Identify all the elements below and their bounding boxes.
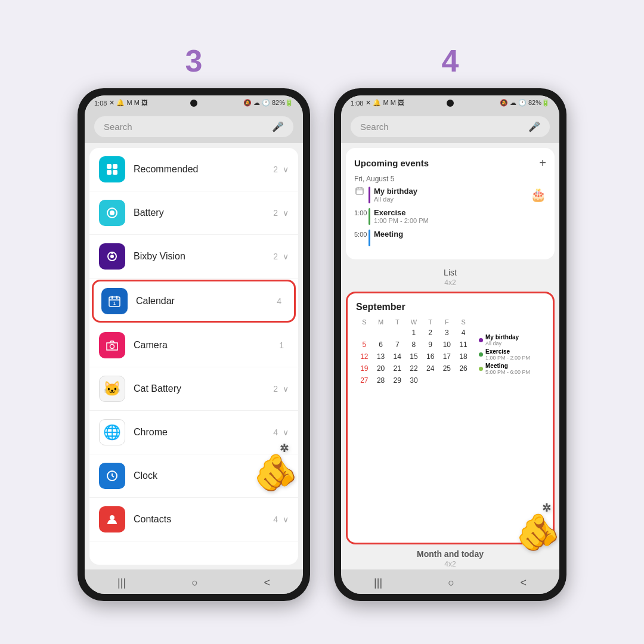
app-item-recommended[interactable]: Recommended 2 ∨	[89, 148, 298, 191]
legend-meeting-text: Meeting 5:00 PM - 6:00 PM	[485, 363, 530, 375]
cal-day-26: 27	[356, 374, 373, 386]
step-4-container: 4 1:08 ✕ 🔔 M M 🖼 🔕 ☁ 🕐 82%🔋 Search 🎤	[334, 43, 566, 601]
search-bar-4: Search 🎤	[341, 110, 559, 143]
search-placeholder-4: Search	[360, 122, 389, 132]
cal-day-5: 5	[356, 339, 373, 351]
svg-point-18	[110, 515, 114, 520]
status-left-4: 1:08 ✕ 🔔 M M 🖼	[351, 99, 404, 107]
app-count-bixby: 2	[273, 252, 278, 261]
event-row-exercise: 1:00 Exercise 1:00 PM - 2:00 PM	[354, 208, 546, 225]
app-name-camera: Camera	[134, 340, 279, 351]
cal-empty-1	[422, 374, 439, 386]
cal-day-20: 20	[373, 363, 389, 374]
time-4: 1:08	[351, 100, 363, 107]
app-item-camera[interactable]: Camera 1	[89, 324, 298, 367]
legend-exercise-text: Exercise 1:00 PM - 2:00 PM	[485, 348, 530, 361]
cal-header-t2: T	[422, 317, 439, 327]
svg-rect-1	[113, 164, 117, 169]
step-3-container: 3 1:08 ✕ 🔔 M M 🖼 🔕 ☁ 🕐 82%🔋 Search 🎤	[78, 43, 310, 601]
legend-meeting-sub: 5:00 PM - 6:00 PM	[485, 369, 530, 375]
cal-day-22: 22	[405, 363, 422, 374]
list-widget-label: List	[341, 264, 559, 278]
mic-icon-3[interactable]: 🎤	[272, 121, 284, 132]
cal-day-3: 3	[439, 327, 456, 339]
mic-icon-4[interactable]: 🎤	[528, 121, 540, 132]
step-3-number: 3	[185, 43, 203, 79]
app-item-catbattery[interactable]: 🐱 Cat Battery 2 ∨	[89, 367, 298, 411]
app-count-contacts: 4	[273, 515, 278, 524]
search-inner-3[interactable]: Search 🎤	[94, 116, 293, 137]
right-icons-4: 🔕 ☁ 🕐 82%🔋	[500, 99, 550, 107]
app-count-catbattery: 2	[273, 384, 278, 394]
cal-day-18: 18	[455, 351, 472, 363]
app-item-battery[interactable]: Battery 2 ∨	[89, 191, 298, 235]
search-placeholder-3: Search	[104, 122, 132, 132]
app-name-bixby: Bixby Vision	[134, 251, 273, 262]
nav-circle-4[interactable]: ○	[448, 577, 454, 589]
app-name-catbattery: Cat Battery	[134, 383, 273, 394]
nav-bar-3: ||| ○ <	[85, 569, 303, 594]
app-item-chrome[interactable]: 🌐 Chrome 4 ∨	[89, 411, 298, 454]
app-icon-clock	[99, 463, 125, 489]
plus-button[interactable]: +	[539, 156, 546, 170]
event-name-birthday: My birthday	[374, 187, 527, 196]
legend-exercise-sub: 1:00 PM - 2:00 PM	[485, 355, 530, 361]
nav-back-4[interactable]: <	[520, 577, 527, 589]
hand-cursor-4: ✲ 🫵	[516, 511, 561, 553]
event-info-exercise: Exercise 1:00 PM - 2:00 PM	[374, 208, 546, 224]
chevron-catbattery: ∨	[283, 384, 289, 394]
hand-cursor-3: ✲ 🫵	[253, 451, 298, 494]
svg-line-17	[112, 476, 114, 477]
chevron-recommended: ∨	[283, 165, 289, 174]
app-item-bixby[interactable]: Bixby Vision 2 ∨	[89, 235, 298, 278]
status-bar-3: 1:08 ✕ 🔔 M M 🖼 🔕 ☁ 🕐 82%🔋	[85, 95, 303, 110]
date-label: Fri, August 5	[354, 175, 546, 183]
cal-day-24: 25	[439, 363, 456, 374]
chevron-bixby: ∨	[283, 252, 289, 261]
camera-notch-3	[190, 100, 197, 107]
list-widget-sub: 4x2	[341, 278, 559, 287]
search-bar-3: Search 🎤	[85, 110, 303, 143]
nav-back-3[interactable]: <	[264, 577, 270, 589]
nav-bar-4: ||| ○ <	[341, 569, 559, 594]
upcoming-header: Upcoming events +	[354, 156, 546, 170]
app-name-clock: Clock	[134, 470, 273, 481]
app-icon-bixby	[99, 243, 125, 270]
app-name-calendar: Calendar	[136, 296, 277, 306]
search-inner-4[interactable]: Search 🎤	[351, 116, 550, 137]
app-icon-camera	[99, 332, 125, 358]
app-count-camera: 1	[279, 340, 284, 350]
calendar-card[interactable]: September S M T W T F	[346, 292, 555, 544]
cal-day-7: 7	[389, 339, 405, 351]
event-bar-exercise	[369, 208, 370, 225]
app-item-contacts[interactable]: Contacts 4 ∨	[89, 498, 298, 541]
app-item-calendar[interactable]: 1 Calendar 4	[92, 280, 296, 323]
cal-day-8: 8	[405, 339, 422, 351]
chevron-contacts: ∨	[283, 515, 289, 524]
cal-header-f: F	[439, 317, 456, 327]
legend-meeting-name: Meeting	[485, 363, 530, 369]
event-sub-birthday: All day	[374, 196, 527, 203]
dot-birthday	[479, 338, 483, 342]
phone-3-screen: 1:08 ✕ 🔔 M M 🖼 🔕 ☁ 🕐 82%🔋 Search 🎤	[85, 95, 303, 594]
phone-3: 1:08 ✕ 🔔 M M 🖼 🔕 ☁ 🕐 82%🔋 Search 🎤	[78, 88, 310, 601]
app-name-contacts: Contacts	[134, 514, 273, 525]
app-count-recommended: 2	[273, 165, 278, 174]
nav-circle-3[interactable]: ○	[191, 577, 198, 589]
svg-point-5	[110, 210, 114, 215]
cal-empty-3	[455, 374, 472, 386]
cal-header-t1: T	[389, 317, 405, 327]
nav-home-3[interactable]: |||	[117, 577, 126, 589]
nav-home-4[interactable]: |||	[374, 577, 382, 589]
status-right-3: 🔕 ☁ 🕐 82%🔋	[243, 99, 293, 107]
event-row-birthday: My birthday All day 🎂	[354, 187, 546, 203]
cal-day-28: 29	[389, 374, 405, 386]
cal-day-9: 9	[422, 339, 439, 351]
cal-day-empty3	[389, 327, 405, 339]
cal-day-4: 4	[455, 327, 472, 339]
app-icon-recommended	[99, 156, 125, 182]
chevron-battery: ∨	[283, 208, 289, 218]
step-4-number: 4	[442, 43, 459, 79]
cal-week-4: 19 20 21 22 24 25 26	[356, 363, 472, 374]
event-info-meeting: Meeting	[374, 230, 546, 239]
